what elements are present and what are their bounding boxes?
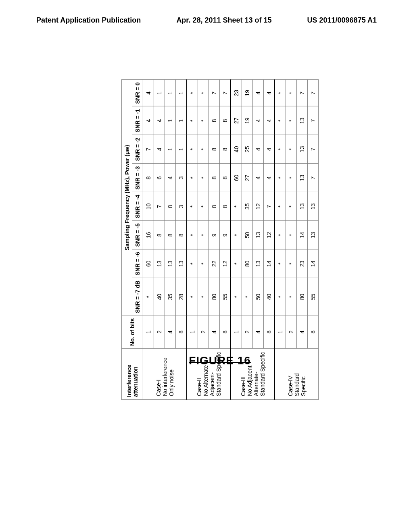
cell-value: 13 [296,106,307,135]
col-interference-line2: attenuation [132,366,139,397]
cell-value: 14 [296,221,307,249]
cell-value: 27 [231,106,242,135]
cell-value: * [143,278,154,316]
cell-value: 4 [263,135,275,164]
cell-value: * [187,278,198,316]
cell-value: 25 [242,135,252,164]
cell-value: 14 [263,249,275,278]
cell-value: 50 [242,221,252,249]
data-table: Interference attenuation No. of bits Sam… [121,79,319,400]
cell-value: * [286,80,296,106]
cell-value: * [198,135,209,164]
col-snr-5: SNR = -5 [132,221,143,249]
cell-value: * [198,221,209,249]
cell-value: * [231,221,242,249]
cell-value: 13 [307,221,318,249]
cell-value: 80 [296,278,307,316]
cell-value: * [231,192,242,221]
cell-value: * [187,80,198,106]
cell-value: * [198,192,209,221]
header-center: Apr. 28, 2011 Sheet 13 of 15 [176,16,271,25]
cell-value: 7 [296,80,307,106]
cell-value: 8 [154,221,165,249]
cell-value: * [286,249,296,278]
cell-bits: 2 [154,316,165,348]
cell-value: 13 [296,192,307,221]
col-snr-4: SNR = -4 [132,192,143,221]
cell-value: 35 [165,278,175,316]
table-row: Case-IVStandardSpecific1******** [275,80,286,400]
cell-value: 7 [263,192,275,221]
cell-value: * [275,249,286,278]
cell-bits: 4 [296,316,307,348]
cell-value: 3 [175,164,187,192]
cell-value: 60 [143,249,154,278]
cell-value: 28 [175,278,187,316]
cell-value: 1 [165,80,175,106]
rotated-table-wrapper: Interference attenuation No. of bits Sam… [121,79,319,400]
cell-value: 16 [143,221,154,249]
cell-value: * [242,278,252,316]
cell-bits: 2 [242,316,252,348]
cell-value: * [275,106,286,135]
cell-value: 40 [231,135,242,164]
cell-bits: 8 [263,316,275,348]
cell-value: * [275,278,286,316]
cell-value: * [187,221,198,249]
cell-value: 1 [175,80,187,106]
cell-value: 8 [219,106,231,135]
cell-value: 13 [252,221,263,249]
cell-value: 23 [296,249,307,278]
cell-value: 6 [154,164,165,192]
col-snr-0: SNR = 0 [132,80,143,106]
cell-value: * [286,278,296,316]
cell-value: 23 [231,80,242,106]
group-label: Case-IVStandardSpecific [275,349,319,400]
cell-value: * [198,249,209,278]
cell-value: 8 [165,221,175,249]
col-snr-3: SNR = -3 [132,164,143,192]
cell-value: 22 [209,249,219,278]
cell-value: 8 [219,135,231,164]
cell-value: 8 [219,164,231,192]
cell-value: 8 [209,192,219,221]
cell-value: * [286,164,296,192]
cell-bits: 8 [175,316,187,348]
cell-value: 8 [143,164,154,192]
cell-value: * [275,135,286,164]
cell-value: 3 [175,192,187,221]
cell-value: 40 [154,278,165,316]
cell-bits: 4 [165,316,175,348]
cell-value: 19 [242,106,252,135]
cell-bits: 4 [252,316,263,348]
cell-value: 9 [219,221,231,249]
cell-value: 13 [307,192,318,221]
cell-value: 4 [154,106,165,135]
cell-value: 35 [242,192,252,221]
col-bits: No. of bits [121,316,143,348]
cell-value: * [275,80,286,106]
cell-value: * [198,278,209,316]
cell-bits: 8 [307,316,318,348]
cell-value: 4 [154,135,165,164]
header-right: US 2011/0096875 A1 [307,16,377,25]
cell-value: 19 [242,80,252,106]
cell-value: * [198,164,209,192]
col-interference-line1: Interference [126,365,132,397]
cell-value: 7 [307,164,318,192]
cell-value: 4 [143,106,154,135]
cell-value: 60 [231,164,242,192]
cell-bits: 8 [219,316,231,348]
cell-value: * [187,135,198,164]
cell-value: 1 [154,80,165,106]
cell-value: 13 [154,249,165,278]
cell-value: 1 [165,135,175,164]
cell-value: * [187,164,198,192]
cell-value: 4 [263,164,275,192]
cell-value: * [198,106,209,135]
cell-value: 12 [252,192,263,221]
cell-value: * [275,221,286,249]
cell-value: * [187,192,198,221]
cell-value: 9 [209,221,219,249]
table-row: Case-INo interferenceOnly noise1*6016108… [143,80,154,400]
